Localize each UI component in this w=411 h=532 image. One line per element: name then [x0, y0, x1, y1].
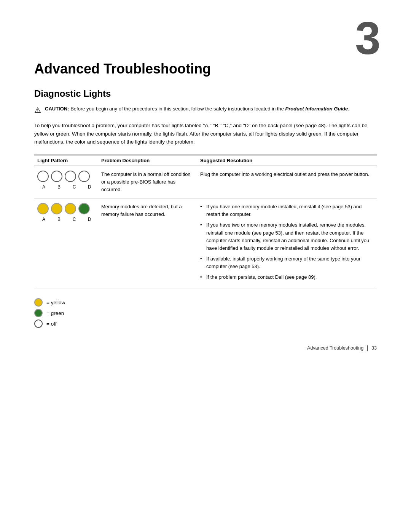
- resolution-bullet: If the problem persists, contact Dell (s…: [200, 273, 374, 281]
- caution-box: ⚠ CAUTION: Before you begin any of the p…: [34, 105, 377, 115]
- light-0-2: [65, 171, 76, 182]
- legend-item-yellow: = yellow: [34, 298, 377, 307]
- legend-circle-yellow: [34, 298, 43, 307]
- caution-body-text: Before you begin any of the procedures i…: [70, 106, 284, 112]
- problem-cell-1: Memory modules are detected, but a memor…: [98, 198, 197, 289]
- table-header-problem: Problem Description: [98, 155, 197, 166]
- chapter-title: Advanced Troubleshooting: [34, 61, 377, 77]
- legend-label-yellow: = yellow: [46, 300, 65, 305]
- caution-label: CAUTION:: [45, 106, 69, 112]
- caution-icon: ⚠: [34, 105, 41, 115]
- footer-page: 33: [371, 345, 377, 351]
- table-row: ABCDMemory modules are detected, but a m…: [34, 198, 377, 289]
- caution-guide: Product Information Guide: [285, 106, 348, 112]
- legend-label-green: = green: [46, 310, 64, 316]
- page: 3 Advanced Troubleshooting Diagnostic Li…: [0, 0, 411, 366]
- legend-item-off: = off: [34, 320, 377, 328]
- legend-item-green: = green: [34, 309, 377, 317]
- light-1-0: [37, 203, 49, 214]
- chapter-number: 3: [355, 15, 381, 61]
- table-header-pattern: Light Pattern: [34, 155, 98, 166]
- light-1-2: [65, 203, 76, 214]
- table-header-resolution: Suggested Resolution: [197, 155, 377, 166]
- light-0-0: [37, 171, 49, 182]
- table-row: ABCDThe computer is in a normal off cond…: [34, 166, 377, 198]
- footer-divider: [367, 345, 368, 351]
- legend-circle-off: [34, 320, 43, 328]
- problem-cell-0: The computer is in a normal off conditio…: [98, 166, 197, 198]
- footer: Advanced Troubleshooting 33: [307, 345, 377, 351]
- legend: = yellow= green= off: [34, 298, 377, 328]
- light-0-1: [51, 171, 62, 182]
- legend-label-off: = off: [46, 321, 56, 327]
- light-pattern-cell-0: ABCD: [34, 166, 98, 198]
- light-pattern-cell-1: ABCD: [34, 198, 98, 289]
- resolution-cell-0: Plug the computer into a working electri…: [197, 166, 377, 198]
- light-1-1: [51, 203, 62, 214]
- body-paragraph: To help you troubleshoot a problem, your…: [34, 121, 377, 146]
- section-title: Diagnostic Lights: [34, 88, 377, 99]
- caution-text: CAUTION: Before you begin any of the pro…: [45, 105, 349, 113]
- resolution-bullet: If available, install properly working m…: [200, 255, 374, 270]
- resolution-cell-1: If you have one memory module installed,…: [197, 198, 377, 289]
- footer-text: Advanced Troubleshooting: [307, 345, 363, 351]
- light-1-3: [78, 203, 90, 214]
- light-0-3: [78, 171, 90, 182]
- diagnostic-table: Light Pattern Problem Description Sugges…: [34, 155, 377, 289]
- resolution-bullet: If you have two or more memory modules i…: [200, 221, 374, 252]
- resolution-bullet: If you have one memory module installed,…: [200, 203, 374, 218]
- legend-circle-green: [34, 309, 43, 317]
